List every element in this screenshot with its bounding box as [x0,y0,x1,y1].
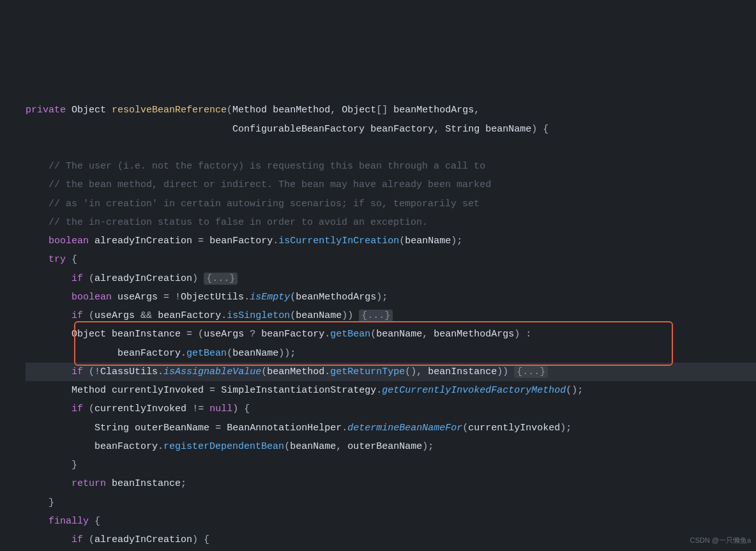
code-editor[interactable]: private Object resolveBeanReference(Meth… [26,82,756,551]
fold-marker[interactable]: {...} [514,366,548,378]
highlighted-line: if (!ClassUtils.isAssignableValue(beanMe… [26,363,756,381]
fold-marker[interactable]: {...} [359,310,393,322]
fold-marker[interactable]: {...} [204,273,238,285]
comment: // the in-creation status to false in or… [49,217,428,228]
highlight-annotation [74,321,673,366]
keyword-private: private [26,105,66,116]
watermark: CSDN @一只懒鱼a [690,534,751,547]
comment: // as 'in creation' in certain autowirin… [49,199,480,209]
code-line: private Object resolveBeanReference(Meth… [26,105,756,551]
type-object: Object [72,105,106,116]
comment: // The user (i.e. not the factory) is re… [49,161,485,172]
comment: // the bean method, direct or indirect. … [49,179,491,190]
method-name: resolveBeanReference [112,105,227,116]
